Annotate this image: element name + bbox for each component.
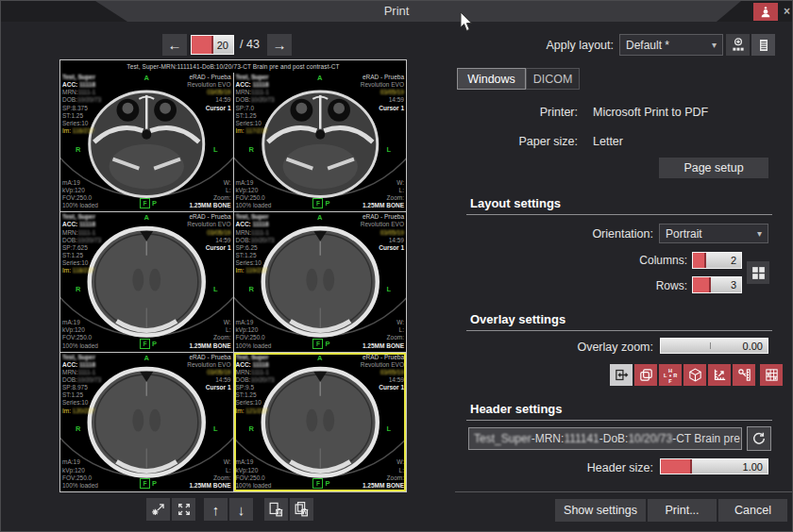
spinner-fill [693, 253, 706, 268]
cell-demographics-overlay: Test, SuperACC: 11118MRN:1111-1DOB:10/20… [236, 74, 275, 135]
header-dob-label: -DoB: [599, 432, 629, 445]
header-patient-name: Test_Super [474, 432, 531, 445]
rows-label: Rows: [541, 279, 687, 292]
overlay-ruler-toggle-button[interactable] [708, 364, 731, 386]
svg-text:F: F [668, 377, 672, 383]
orientation-marker-left: L [386, 424, 391, 433]
orientation-marker-right: R [76, 285, 80, 293]
cell-technique-overlay: mA:19kVp:120FOV:250.0100% loaded [236, 179, 272, 210]
cell-study-overlay: eRAD - PruebaRevolution EVO03/05/1914:59… [361, 213, 404, 252]
preview-page-header: Test, Super-MRN:1111141-DoB:10/20/73-CT … [60, 60, 406, 73]
apply-layout-dropdown[interactable]: Default * ▾ [619, 34, 723, 56]
flip-marker: F [312, 478, 323, 489]
add-layout-icon [730, 37, 747, 54]
print-dialog: Print × ← 20 / 43 → Apply layout: Defaul… [0, 0, 793, 532]
fit-to-screen-button[interactable] [172, 498, 195, 521]
cell-study-overlay: eRAD - PruebaRevolution EVO03/05/1914:59… [187, 354, 230, 392]
overlay-measure-toggle-button[interactable] [733, 364, 755, 386]
orientation-label: Orientation: [515, 227, 653, 241]
move-page-up-button[interactable]: ↑ [204, 498, 228, 521]
preview-cell[interactable]: Test, SuperACC: 11118MRN:1111-1DOB:10/20… [234, 353, 407, 491]
rows-value: 3 [731, 277, 736, 292]
overlay-scale-toggle-button[interactable] [610, 364, 633, 386]
columns-label: Columns: [541, 254, 687, 267]
header-study-suffix: -CT Brain pre [672, 432, 740, 445]
move-page-down-button[interactable]: ↓ [229, 498, 253, 521]
show-settings-button[interactable]: Show settings [555, 499, 646, 522]
refresh-icon [751, 431, 767, 446]
title-bar[interactable]: Print × [1, 1, 792, 22]
page-number-spinner[interactable]: 20 [191, 35, 234, 55]
overlay-images-toggle-button[interactable] [634, 364, 657, 386]
expand-icon [176, 501, 193, 518]
paper-size-label: Paper size: [473, 135, 578, 148]
support-button[interactable] [753, 3, 778, 21]
preview-cell[interactable]: Test, SuperACC: 11118MRN:1111-1DOB:10/20… [60, 353, 233, 491]
orientation-dropdown[interactable]: Portrait ▾ [659, 224, 768, 243]
overlay-table-toggle-button[interactable] [760, 364, 783, 386]
cell-window-overlay: W:L:Zoom:1.25MM BONE [363, 458, 404, 490]
header-size-slider[interactable]: 1.00 [660, 458, 768, 474]
delete-page-button[interactable] [264, 498, 288, 521]
overlay-orientation-letters-toggle-button[interactable]: H L R F [659, 364, 682, 386]
layout-list-button[interactable] [751, 34, 775, 56]
preview-cell[interactable]: Test, SuperACC: 11118MRN:1111-1DOB:10/20… [60, 73, 233, 211]
header-dob-value: 10/20/73 [628, 432, 672, 445]
close-icon: × [784, 5, 790, 18]
auto-window-button[interactable] [146, 498, 170, 521]
dialog-title: Print [1, 1, 792, 21]
orientation-marker-posterior: FP [140, 198, 157, 208]
tab-dicom-label: DICOM [533, 73, 573, 86]
preview-cell[interactable]: Test, SuperACC: 11118MRN:1111-1DOB:10/20… [60, 212, 233, 351]
tab-dicom[interactable]: DICOM [526, 68, 580, 90]
cell-window-overlay: W:L:Zoom:1.25MM BONE [189, 458, 230, 490]
flip-marker: F [140, 339, 150, 349]
columns-spinner[interactable]: 2 [692, 252, 742, 269]
chevron-down-icon: ▾ [712, 40, 717, 50]
slider-tick [710, 342, 711, 349]
delete-all-pages-icon [293, 501, 311, 519]
orientation-marker-left: L [213, 145, 218, 154]
cell-demographics-overlay: Test, SuperACC: 11118MRN:1111-1DOB:10/20… [236, 213, 275, 274]
orientation-value: Portrait [666, 227, 702, 241]
document-list-icon [756, 38, 771, 53]
page-setup-button[interactable]: Page setup [659, 158, 768, 178]
cell-technique-overlay: mA:19kVp:120FOV:250.0100% loaded [62, 458, 98, 490]
save-layout-button[interactable] [726, 34, 750, 56]
overlay-orientation-cube-toggle-button[interactable] [683, 364, 706, 386]
print-button[interactable]: Print... [648, 499, 717, 522]
next-page-button[interactable]: → [267, 34, 292, 56]
grid-layout-picker-button[interactable] [747, 261, 769, 284]
divider [466, 214, 772, 215]
printer-label: Printer: [473, 106, 578, 119]
arrow-left-icon: ← [168, 37, 182, 53]
table-grid-icon [764, 367, 780, 383]
cell-technique-overlay: mA:19kVp:120FOV:250.0100% loaded [62, 179, 98, 210]
previous-page-button[interactable]: ← [162, 34, 187, 56]
orientation-letters-icon: H L R F [662, 367, 679, 384]
orientation-marker-right: R [249, 285, 254, 293]
cell-window-overlay: W:L:Zoom:1.25MM BONE [189, 319, 230, 350]
divider [466, 420, 772, 421]
rows-spinner[interactable]: 3 [692, 276, 742, 293]
columns-value: 2 [731, 253, 736, 268]
tab-windows[interactable]: Windows [457, 68, 526, 90]
preview-cell[interactable]: Test, SuperACC: 11118MRN:1111-1DOB:10/20… [234, 212, 407, 351]
stacked-images-icon [638, 367, 654, 383]
overlay-zoom-slider[interactable]: 0.00 [660, 338, 768, 354]
header-text-input[interactable]: Test_Super-MRN:111141-DoB:10/20/73-CT Br… [468, 427, 742, 450]
delete-all-pages-button[interactable] [290, 498, 313, 521]
sparkle-arrow-icon [149, 501, 167, 519]
reset-header-button[interactable] [747, 426, 771, 451]
orientation-marker-posterior: FP [312, 339, 329, 349]
orientation-cube-icon [687, 367, 703, 383]
header-size-label: Header size: [511, 461, 653, 474]
cancel-button[interactable]: Cancel [718, 499, 787, 522]
tab-windows-label: Windows [467, 73, 515, 86]
close-button[interactable]: × [780, 2, 793, 21]
orientation-marker-left: L [386, 285, 391, 293]
key-ruler-icon [736, 367, 752, 383]
preview-cell[interactable]: Test, SuperACC: 11118MRN:1111-1DOB:10/20… [234, 73, 407, 211]
orientation-marker-right: R [76, 145, 80, 154]
orientation-marker-right: R [76, 424, 80, 433]
